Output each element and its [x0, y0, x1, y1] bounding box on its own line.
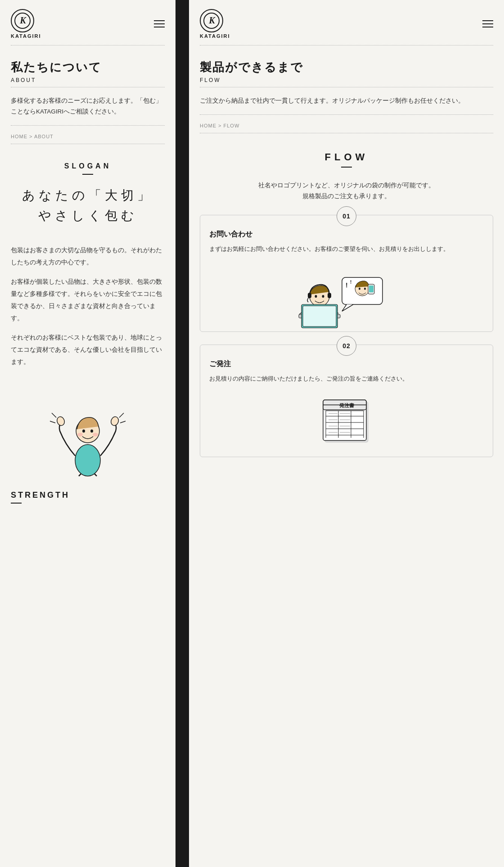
strength-section: STRENGTH [0, 480, 176, 504]
right-page-desc: ご注文から納品まで社内で一貫して行えます。オリジナルパッケージ制作もお任せくださ… [189, 87, 504, 106]
right-page-title-en: FLOW [200, 77, 493, 83]
right-logo[interactable]: K KATAGIRI [200, 9, 230, 39]
flow-step-02: 02 ご発注 お見積りの内容にご納得いただけましたら、ご発注の旨をご連絡ください… [200, 345, 493, 457]
flow-section-underline [341, 167, 352, 168]
svg-line-11 [50, 421, 55, 423]
flow-step-01: 01 お問い合わせ まずはお気軽にお問い合わせください。お客様のご要望を伺い、お… [200, 215, 493, 332]
left-page-desc: 多様化するお客様のニーズにお応えします。「包む」ことならKATAGIRIへご相談… [0, 87, 176, 118]
about-text-section: 包装はお客さまの大切な品物を守るもの。それがわたしたちの考え方の中心です。 お客… [0, 235, 176, 368]
left-page-title-en: ABOUT [11, 77, 165, 83]
svg-point-4 [82, 429, 85, 432]
right-logo-name: KATAGIRI [200, 33, 230, 39]
svg-line-12 [119, 413, 124, 418]
step-02-number: 02 [337, 336, 356, 356]
svg-point-19 [322, 295, 324, 298]
right-panel: K KATAGIRI 製品ができるまで FLOW ご注文から納品まで社内で一貫し… [189, 0, 504, 867]
svg-point-5 [90, 429, 93, 432]
step-02-desc: お見積りの内容にご納得いただけましたら、ご発注の旨をご連絡ください。 [209, 373, 484, 384]
svg-rect-24 [303, 306, 336, 327]
strength-underline [11, 503, 22, 504]
step-01-illustration: ! ! [209, 260, 484, 322]
left-page-title-section: 私たちについて ABOUT [0, 45, 176, 87]
step-01-desc: まずはお気軽にお問い合わせください。お客様のご要望を伺い、お見積りをお出しします… [209, 244, 484, 254]
svg-line-13 [120, 421, 126, 423]
about-para-2: お客様が個装したい品物は、大きさや形状、包装の数量など多種多様です。それらをいか… [11, 276, 165, 324]
svg-text:発注書: 発注書 [339, 403, 354, 408]
customer-service-svg: ! ! [284, 264, 410, 322]
svg-point-9 [110, 416, 120, 427]
right-page-title-jp: 製品ができるまで [200, 60, 493, 75]
flow-intro-text: 社名やロゴプリントなど、オリジナルの袋の制作が可能です。 規格製品のご注文も承り… [189, 172, 504, 202]
left-menu-button[interactable] [154, 20, 165, 27]
svg-rect-21 [328, 293, 331, 298]
about-para-1: 包装はお客さまの大切な品物を守るもの。それがわたしたちの考え方の中心です。 [11, 244, 165, 268]
svg-point-7 [93, 433, 98, 436]
right-logo-symbol: K [200, 9, 223, 32]
step-02-title: ご発注 [209, 359, 484, 369]
right-header: K KATAGIRI [189, 0, 504, 45]
strength-label: STRENGTH [11, 490, 165, 500]
slogan-label: SLOGAN [11, 162, 165, 170]
svg-point-18 [315, 295, 317, 298]
svg-point-27 [359, 288, 360, 290]
right-breadcrumb: HOME > FLOW [189, 115, 504, 133]
svg-line-10 [52, 413, 56, 418]
right-page-title-section: 製品ができるまで FLOW [189, 45, 504, 87]
order-form-svg: 発注書 [306, 394, 387, 448]
svg-point-8 [56, 416, 66, 427]
center-divider [176, 0, 189, 867]
person-celebrate-svg [43, 386, 133, 476]
slogan-underline [82, 174, 93, 175]
left-page-title-jp: 私たちについて [11, 60, 165, 75]
svg-point-28 [364, 288, 366, 290]
flow-section-title: FLOW [200, 151, 493, 163]
left-panel: K KATAGIRI 私たちについて ABOUT 多様化するお客様のニーズにお応… [0, 0, 176, 867]
flow-section-heading: FLOW [189, 133, 504, 172]
svg-rect-30 [369, 286, 374, 292]
svg-text:!: ! [346, 281, 348, 289]
logo-symbol: K [11, 9, 34, 32]
slogan-text: あなたの「大切」 やさしく包む [11, 186, 165, 226]
svg-point-6 [77, 433, 83, 436]
svg-point-2 [75, 445, 100, 476]
step-02-illustration: 発注書 [209, 390, 484, 448]
left-logo[interactable]: K KATAGIRI [11, 9, 41, 39]
right-menu-button[interactable] [482, 20, 493, 27]
logo-name: KATAGIRI [11, 33, 41, 39]
celebrate-illustration [0, 375, 176, 480]
svg-text:K: K [208, 15, 216, 25]
step-01-title: お問い合わせ [209, 230, 484, 239]
slogan-section: SLOGAN あなたの「大切」 やさしく包む [0, 144, 176, 235]
step-01-number: 01 [337, 206, 356, 226]
left-header: K KATAGIRI [0, 0, 176, 45]
left-breadcrumb: HOME > ABOUT [0, 126, 176, 144]
svg-text:K: K [19, 15, 27, 25]
about-para-3: それぞれのお客様にベストな包装であり、地球にとってエコな資材である、そんな優しい… [11, 331, 165, 368]
svg-text:!: ! [350, 280, 351, 285]
